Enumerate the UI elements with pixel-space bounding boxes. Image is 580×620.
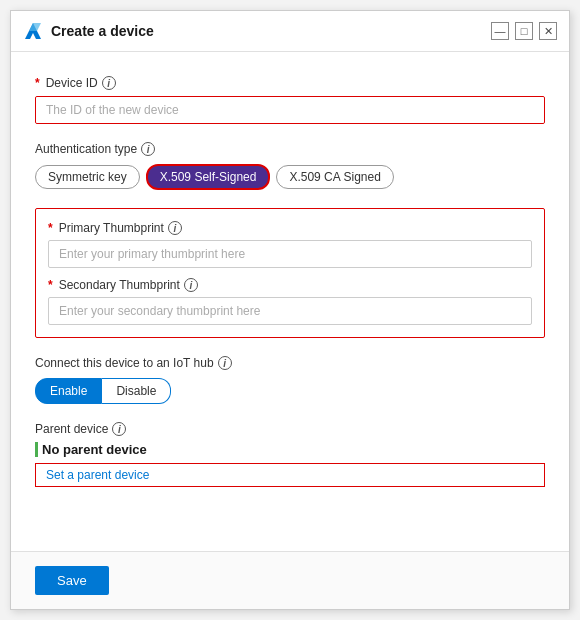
close-button[interactable]: ✕ — [539, 22, 557, 40]
svg-marker-1 — [29, 23, 41, 31]
device-id-info-icon[interactable]: i — [102, 76, 116, 90]
title-bar-left: Create a device — [23, 21, 154, 41]
secondary-thumbprint-label: * Secondary Thumbprint i — [48, 278, 532, 292]
secondary-thumbprint-input[interactable] — [48, 297, 532, 325]
primary-thumbprint-info-icon[interactable]: i — [168, 221, 182, 235]
connect-hub-label-text: Connect this device to an IoT hub — [35, 356, 214, 370]
connect-hub-buttons: Enable Disable — [35, 378, 545, 404]
auth-type-info-icon[interactable]: i — [141, 142, 155, 156]
parent-device-label-text: Parent device — [35, 422, 108, 436]
save-button[interactable]: Save — [35, 566, 109, 595]
device-id-input[interactable] — [36, 97, 544, 123]
parent-device-label: Parent device i — [35, 422, 545, 436]
primary-thumbprint-label-text: Primary Thumbprint — [59, 221, 164, 235]
connect-hub-disable-button[interactable]: Disable — [102, 378, 171, 404]
parent-device-section: Parent device i No parent device Set a p… — [35, 422, 545, 487]
auth-btn-x509ca[interactable]: X.509 CA Signed — [276, 165, 393, 189]
connect-hub-section: Connect this device to an IoT hub i Enab… — [35, 356, 545, 404]
device-id-group: * Device ID i — [35, 76, 545, 124]
auth-btn-x509self[interactable]: X.509 Self-Signed — [146, 164, 271, 190]
form-content: * Device ID i Authentication type i Symm… — [11, 52, 569, 551]
no-parent-device-text: No parent device — [35, 442, 545, 457]
thumbprint-section: * Primary Thumbprint i * Secondary Thumb… — [35, 208, 545, 338]
primary-thumbprint-label: * Primary Thumbprint i — [48, 221, 532, 235]
create-device-window: Create a device — □ ✕ * Device ID i Auth… — [10, 10, 570, 610]
primary-thumbprint-field: * Primary Thumbprint i — [48, 221, 532, 268]
device-id-label-text: Device ID — [46, 76, 98, 90]
auth-type-section: Authentication type i Symmetric key X.50… — [35, 142, 545, 190]
primary-thumbprint-input[interactable] — [48, 240, 532, 268]
window-title: Create a device — [51, 23, 154, 39]
maximize-button[interactable]: □ — [515, 22, 533, 40]
secondary-thumbprint-info-icon[interactable]: i — [184, 278, 198, 292]
footer: Save — [11, 551, 569, 609]
auth-type-label: Authentication type i — [35, 142, 545, 156]
title-bar-buttons: — □ ✕ — [491, 22, 557, 40]
auth-type-buttons: Symmetric key X.509 Self-Signed X.509 CA… — [35, 164, 545, 190]
device-id-required-star: * — [35, 76, 40, 90]
azure-icon — [23, 21, 43, 41]
device-id-input-wrapper — [35, 96, 545, 124]
minimize-button[interactable]: — — [491, 22, 509, 40]
device-id-label: * Device ID i — [35, 76, 545, 90]
connect-hub-label: Connect this device to an IoT hub i — [35, 356, 545, 370]
auth-type-label-text: Authentication type — [35, 142, 137, 156]
secondary-thumbprint-field: * Secondary Thumbprint i — [48, 278, 532, 325]
secondary-thumbprint-label-text: Secondary Thumbprint — [59, 278, 180, 292]
auth-btn-symmetric[interactable]: Symmetric key — [35, 165, 140, 189]
set-parent-device-link[interactable]: Set a parent device — [35, 463, 545, 487]
connect-hub-info-icon[interactable]: i — [218, 356, 232, 370]
secondary-thumbprint-star: * — [48, 278, 53, 292]
parent-device-info-icon[interactable]: i — [112, 422, 126, 436]
title-bar: Create a device — □ ✕ — [11, 11, 569, 52]
primary-thumbprint-star: * — [48, 221, 53, 235]
connect-hub-enable-button[interactable]: Enable — [35, 378, 102, 404]
